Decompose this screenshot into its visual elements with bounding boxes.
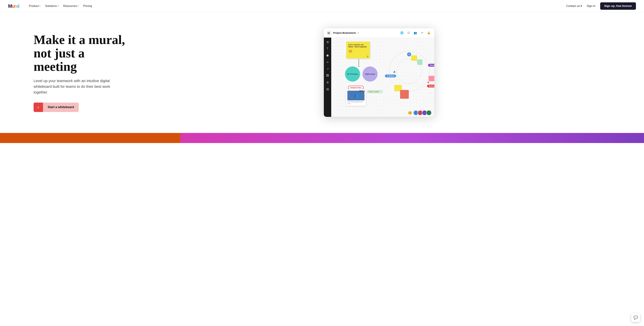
toolbar-arrow-btn[interactable]: ↗ bbox=[324, 66, 330, 72]
sticky-note-main[interactable]: Let's connect our ideas - then organize … bbox=[346, 42, 370, 58]
toolbar-text-btn[interactable]: T bbox=[324, 46, 330, 52]
timer-icon[interactable]: 🌐 bbox=[400, 30, 404, 36]
start-whiteboard-button[interactable]: Start a whiteboard bbox=[43, 102, 79, 112]
canvas-bottom-bar: 😊 👤 👤 👤 👤 bbox=[408, 110, 432, 116]
nav-product[interactable]: Product ▾ bbox=[27, 3, 42, 9]
andrea-label: ★ Andrea bbox=[385, 74, 396, 78]
toolbar-template-btn[interactable]: ▤ bbox=[324, 86, 330, 92]
svg-text:M: M bbox=[328, 32, 330, 34]
lock-icon: 🔒 bbox=[366, 55, 369, 58]
sticky-green-diagram[interactable] bbox=[417, 60, 422, 65]
app-canvas: Let's connect our ideas - then organize … bbox=[331, 38, 434, 117]
lock-icon[interactable]: 🔒 bbox=[426, 30, 431, 36]
cta-arrow-button[interactable]: › bbox=[34, 102, 43, 112]
olivia-label: Olivia bbox=[428, 64, 434, 67]
hero-title: Make it a mural, not just a meeting bbox=[34, 33, 128, 73]
nav-right: Contact us ▾ Sign in Sign up, free forev… bbox=[566, 2, 636, 10]
hero-cta: › Start a whiteboard bbox=[34, 102, 128, 112]
svg-text:M: M bbox=[8, 3, 12, 8]
hero-content: Make it a mural, not just a meeting Leve… bbox=[34, 33, 128, 112]
logo[interactable]: M u r a l bbox=[8, 3, 22, 9]
toolbar-draw-btn[interactable]: ✏ bbox=[324, 59, 330, 65]
chevron-down-icon: ▾ bbox=[58, 5, 58, 7]
emoji-reaction[interactable]: 😊 bbox=[408, 111, 412, 115]
simon-label: Simon bbox=[427, 84, 434, 88]
number-badge: 8 bbox=[407, 52, 411, 56]
toolbar-frames-btn[interactable]: ⊞ bbox=[324, 39, 330, 45]
team-card-footer: Team Working Agreement bbox=[347, 101, 364, 102]
bar-orange bbox=[0, 133, 180, 143]
signup-button[interactable]: Sign up, free forever bbox=[600, 2, 636, 10]
chevron-down-icon: ▾ bbox=[40, 5, 40, 7]
avatar-4[interactable]: 👤 bbox=[426, 110, 432, 116]
nav-pricing[interactable]: Pricing bbox=[81, 3, 94, 9]
open-btn[interactable]: Open ↗ bbox=[359, 90, 365, 92]
mural-label: Mural bbox=[347, 103, 364, 104]
nav-solutions[interactable]: Solutions ▾ bbox=[43, 3, 60, 9]
checklist-icon[interactable]: ☑ bbox=[406, 30, 411, 36]
app-body: ⊞ T ⬟ ✏ ↗ 🖼 ⊕ ▤ Let's connect our ideas … bbox=[324, 38, 434, 117]
app-header: M Project Brainstorm ▾ 🌐 ☑ 👥 ✂ 🔒 bbox=[324, 28, 434, 38]
svg-text:u: u bbox=[12, 3, 15, 8]
avatar-stack: 👤 👤 👤 👤 bbox=[413, 110, 432, 116]
app-window: M Project Brainstorm ▾ 🌐 ☑ 👥 ✂ 🔒 ⊞ bbox=[324, 28, 434, 117]
sticky-text: Let's connect our ideas - then organize bbox=[348, 44, 368, 48]
team-card[interactable]: 👥 Team Working Agreement Mural Open ↗ bbox=[346, 89, 366, 106]
helpful-links-badge[interactable]: Helpful links bbox=[348, 86, 364, 90]
dropdown-icon[interactable]: ▾ bbox=[358, 32, 358, 34]
app-toolbar: ⊞ T ⬟ ✏ ↗ 🖼 ⊕ ▤ bbox=[324, 38, 331, 117]
svg-text:l: l bbox=[18, 3, 20, 8]
signin-link[interactable]: Sign in bbox=[585, 3, 598, 9]
app-header-left: M Project Brainstorm ▾ bbox=[327, 30, 358, 35]
nav-links: Product ▾ Solutions ▾ Resources ▾ Pricin… bbox=[27, 3, 94, 9]
chevron-down-icon: ▾ bbox=[580, 4, 582, 8]
nav-contact[interactable]: Contact us ▾ bbox=[566, 4, 582, 8]
please-review-badge: Please review! ✓ bbox=[368, 90, 382, 93]
alpha-circle[interactable]: Alpha team bbox=[362, 66, 378, 82]
sticky-pink-diagram[interactable] bbox=[428, 76, 434, 81]
salmon-square[interactable] bbox=[400, 90, 409, 99]
toolbar-apps-btn[interactable]: ⊕ bbox=[324, 79, 330, 85]
priority-diagram: 8 Olivia ★ Andrea ▶ Simon bbox=[384, 48, 434, 117]
app-logo-icon: M bbox=[327, 30, 332, 35]
bar-pink bbox=[180, 133, 644, 143]
toolbar-shapes-btn[interactable]: ⬟ bbox=[324, 52, 330, 58]
scissors-icon[interactable]: ✂ bbox=[420, 30, 424, 36]
hero-subtitle: Level up your teamwork with an intuitive… bbox=[34, 78, 114, 95]
navbar: M u r a l Product ▾ Solutions ▾ Resource… bbox=[0, 0, 644, 12]
emoji-icon: 😊 bbox=[348, 49, 368, 53]
arrow-connector: ▼ bbox=[358, 59, 360, 68]
bottom-color-bar bbox=[0, 133, 644, 143]
hero-visual: M Project Brainstorm ▾ 🌐 ☑ 👥 ✂ 🔒 ⊞ bbox=[128, 28, 630, 117]
sticky-yellow-diagram[interactable] bbox=[411, 56, 417, 61]
project-name: Project Brainstorm bbox=[333, 32, 356, 34]
share-icon[interactable]: 👥 bbox=[413, 30, 418, 36]
q1-circle[interactable]: Q1 Priorities bbox=[345, 66, 360, 82]
hero-section: Make it a mural, not just a meeting Leve… bbox=[0, 12, 644, 133]
nav-left: M u r a l Product ▾ Solutions ▾ Resource… bbox=[8, 3, 94, 9]
app-header-right: 🌐 ☑ 👥 ✂ 🔒 bbox=[400, 30, 431, 36]
chevron-down-icon: ▾ bbox=[78, 5, 78, 7]
nav-resources[interactable]: Resources ▾ bbox=[61, 3, 80, 9]
toolbar-image-btn[interactable]: 🖼 bbox=[324, 72, 330, 78]
